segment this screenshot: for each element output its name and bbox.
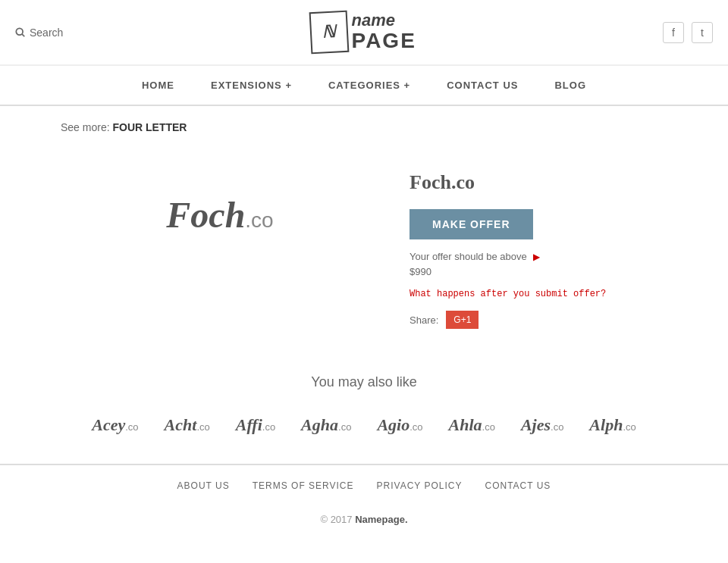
- nav-item-extensions[interactable]: EXTENSIONS +: [193, 66, 310, 105]
- svg-point-0: [16, 28, 23, 35]
- domain-card-tld: .co: [410, 421, 422, 433]
- domain-card-tld: .co: [551, 421, 563, 433]
- footer-links-inner: ABOUT USTERMS OF SERVICEPRIVACY POLICYCO…: [15, 480, 713, 491]
- domain-card-tld: .co: [262, 421, 275, 433]
- footer-brand: Namepage.: [355, 514, 407, 525]
- also-like-title: You may also like: [0, 374, 728, 390]
- search-icon: [15, 27, 26, 38]
- domain-card-name: Affi: [236, 415, 262, 434]
- domain-card[interactable]: Affi.co: [227, 409, 284, 441]
- nav-inner: HOME EXTENSIONS + CATEGORIES + CONTACT U…: [0, 66, 728, 105]
- domain-info: Foch.co Make Offer Your offer should be …: [410, 164, 667, 329]
- nav-item-home[interactable]: HOME: [124, 66, 193, 105]
- domain-card[interactable]: Agha.co: [292, 409, 360, 441]
- domain-card-name: Agio: [377, 415, 410, 434]
- header: Search ℕ name PAGE f t: [0, 0, 728, 65]
- footer-link-about-us[interactable]: ABOUT US: [177, 480, 230, 491]
- domain-card-name: Acht: [165, 415, 197, 434]
- domain-card[interactable]: Agio.co: [368, 409, 431, 441]
- also-like-section: You may also like Acey.coAcht.coAffi.coA…: [0, 359, 728, 464]
- breadcrumb-value[interactable]: FOUR LETTER: [112, 121, 187, 133]
- nav-item-contact[interactable]: CONTACT US: [428, 66, 536, 105]
- domain-card-tld: .co: [196, 421, 209, 433]
- nav-item-blog[interactable]: BLOG: [536, 66, 604, 105]
- footer-copyright: © 2017: [320, 514, 355, 525]
- domain-logo-display: Foch.co: [166, 194, 273, 236]
- offer-arrow-icon: ▶: [533, 252, 540, 262]
- facebook-icon[interactable]: f: [663, 22, 684, 43]
- domain-card-tld: .co: [623, 421, 635, 433]
- offer-info-text: Your offer should be above: [410, 251, 527, 262]
- domain-card[interactable]: Alph.co: [580, 409, 645, 441]
- logo-box: ℕ: [309, 11, 349, 55]
- domain-card-name: Acey: [92, 415, 125, 434]
- svg-line-1: [22, 34, 24, 36]
- share-row: Share: G+1: [410, 311, 667, 329]
- logo[interactable]: ℕ name PAGE: [310, 11, 416, 53]
- breadcrumb: See more: FOUR LETTER: [0, 106, 728, 149]
- search-area[interactable]: Search: [15, 27, 63, 39]
- domain-card-tld: .co: [338, 421, 351, 433]
- share-label: Share:: [410, 314, 438, 326]
- domain-card-name: Ahla: [449, 415, 482, 434]
- domain-card[interactable]: Ajes.co: [512, 409, 573, 441]
- logo-text: name PAGE: [352, 11, 416, 53]
- logo-name: name: [352, 11, 416, 30]
- domain-card-name: Agha: [301, 415, 338, 434]
- domain-logo-tld: .co: [245, 208, 273, 232]
- footer-link-contact-footer[interactable]: CONTACT US: [485, 480, 551, 491]
- footer-link-privacy[interactable]: PRIVACY POLICY: [377, 480, 463, 491]
- domain-title: Foch.co: [410, 171, 667, 194]
- gplus-button[interactable]: G+1: [446, 311, 479, 329]
- submit-link[interactable]: What happens after you submit offer?: [410, 289, 667, 299]
- footer-copy: © 2017 Namepage.: [15, 506, 713, 533]
- domain-card[interactable]: Acey.co: [83, 409, 147, 441]
- twitter-icon[interactable]: t: [692, 22, 713, 43]
- domain-card[interactable]: Acht.co: [155, 409, 219, 441]
- also-like-grid: Acey.coAcht.coAffi.coAgha.coAgio.coAhla.…: [0, 409, 728, 441]
- footer-link-terms[interactable]: TERMS OF SERVICE: [253, 480, 354, 491]
- offer-info: Your offer should be above ▶: [410, 251, 667, 262]
- footer: ABOUT USTERMS OF SERVICEPRIVACY POLICYCO…: [0, 464, 728, 548]
- domain-logo-area: Foch.co: [61, 164, 379, 266]
- search-label: Search: [30, 27, 63, 39]
- main-content: Foch.co Foch.co Make Offer Your offer sh…: [0, 149, 728, 359]
- domain-logo-name: Foch: [166, 195, 245, 235]
- domain-card[interactable]: Ahla.co: [440, 409, 504, 441]
- domain-card-name: Alph: [589, 415, 623, 434]
- logo-page: PAGE: [352, 30, 416, 53]
- domain-card-tld: .co: [482, 421, 495, 433]
- breadcrumb-prefix: See more:: [61, 121, 110, 133]
- social-icons: f t: [663, 22, 713, 43]
- nav: HOME EXTENSIONS + CATEGORIES + CONTACT U…: [0, 65, 728, 106]
- nav-item-categories[interactable]: CATEGORIES +: [310, 66, 428, 105]
- offer-amount: $990: [410, 266, 667, 277]
- domain-card-tld: .co: [125, 421, 138, 433]
- logo-icon: ℕ: [322, 22, 336, 42]
- make-offer-button[interactable]: Make Offer: [410, 209, 533, 239]
- domain-card-name: Ajes: [521, 415, 551, 434]
